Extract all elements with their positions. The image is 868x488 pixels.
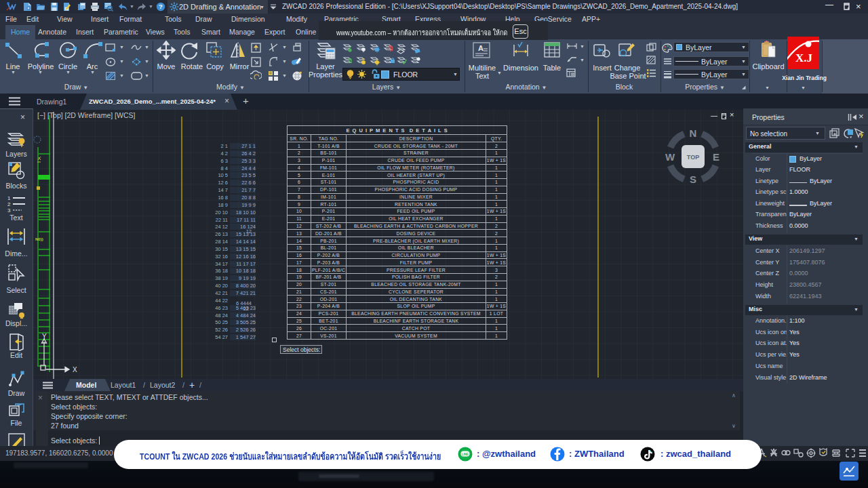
svg-text:W: W — [665, 151, 675, 163]
svg-text:X.J: X.J — [795, 52, 813, 64]
svg-text:E: E — [713, 151, 719, 163]
svg-text:X: X — [73, 366, 77, 373]
svg-text:N0)): N0)) — [35, 237, 43, 241]
svg-text:2: 2 — [7, 201, 11, 207]
svg-text:?: ? — [159, 3, 163, 10]
svg-text:TOP: TOP — [687, 154, 699, 161]
svg-text:3: 3 — [7, 207, 11, 212]
svg-text:1: 1 — [7, 195, 11, 201]
svg-text:LINE: LINE — [462, 453, 469, 456]
svg-text:N: N — [690, 129, 697, 139]
svg-text:S: S — [690, 174, 696, 184]
svg-text:R: R — [269, 71, 272, 75]
svg-text:Y: Y — [42, 333, 47, 340]
svg-text:A: A — [478, 44, 484, 52]
